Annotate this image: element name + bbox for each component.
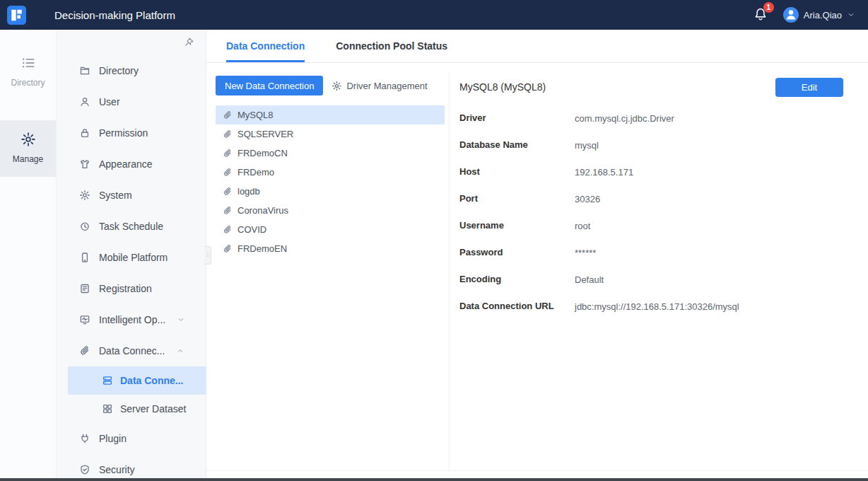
rail-item-label: Manage (13, 154, 43, 164)
sidebar-item-label: Intelligent Op... (99, 314, 165, 325)
sidebar-item-data-connec[interactable]: Data Connec... (57, 335, 206, 366)
notification-badge: 1 (763, 2, 774, 13)
sidebar-item-directory[interactable]: Directory (57, 55, 206, 86)
lock-icon (79, 127, 90, 139)
sidebar-item-data-conne[interactable]: Data Conne... (68, 366, 206, 395)
main-content: Data Connection Connection Pool Status N… (206, 30, 868, 478)
paperclip-icon (223, 110, 233, 120)
shield-icon (79, 464, 90, 475)
connection-item-mysql8[interactable]: MySQL8 (216, 105, 445, 124)
directory-icon (20, 55, 36, 71)
sidebar-item-mobile-platform[interactable]: Mobile Platform (57, 242, 206, 273)
sidebar-item-plugin[interactable]: Plugin (57, 423, 206, 454)
field-value: mysql (575, 139, 599, 151)
sidebar-item-registration[interactable]: Registration (57, 273, 206, 304)
sidebar-item-user[interactable]: User (57, 86, 206, 117)
tab-bar: Data Connection Connection Pool Status (206, 30, 868, 63)
user-menu[interactable]: Aria.Qiao (783, 7, 855, 23)
rail-nav: Directory Manage (0, 30, 57, 478)
app-logo[interactable] (7, 6, 26, 25)
gear-icon (20, 132, 36, 147)
field-row-port: Port30326 (459, 193, 843, 220)
connection-item-frdemo[interactable]: FRDemo (216, 163, 445, 182)
field-value: ****** (575, 247, 596, 258)
sidebar-item-security[interactable]: Security (57, 454, 206, 478)
field-label: Encoding (459, 274, 575, 284)
paperclip-icon (223, 129, 233, 139)
field-value: jdbc:mysql://192.168.5.171:30326/mysql (575, 301, 739, 312)
connection-detail-header: MySQL8 (MySQL8) Edit (459, 77, 843, 97)
field-row-password: Password****** (459, 247, 843, 274)
connection-item-frdemoen[interactable]: FRDemoEN (216, 239, 445, 258)
person-icon (784, 7, 798, 23)
rail-item-label: Directory (11, 78, 45, 88)
tab-connection-pool-status[interactable]: Connection Pool Status (336, 30, 447, 62)
sidebar: DirectoryUserPermissionAppearanceSystemT… (57, 30, 206, 478)
monitor-pulse-icon (79, 314, 90, 325)
sidebar-item-label: Registration (99, 283, 152, 294)
sidebar-item-label: Permission (99, 127, 148, 139)
sidebar-item-label: Data Conne... (120, 375, 183, 386)
field-label: Driver (459, 112, 575, 123)
connection-item-covid[interactable]: COVID (216, 220, 445, 239)
sidebar-item-appearance[interactable]: Appearance (57, 149, 206, 180)
mobile-icon (79, 252, 90, 263)
connection-item-frdemocn[interactable]: FRDemoCN (216, 144, 445, 163)
paperclip-icon (79, 345, 90, 357)
field-label: Username (459, 220, 575, 231)
rail-item-manage[interactable]: Manage (0, 120, 56, 177)
sidebar-collapse-handle[interactable] (204, 246, 211, 265)
connection-item-coronavirus[interactable]: CoronaVirus (216, 201, 445, 220)
connection-item-logdb[interactable]: logdb (216, 182, 445, 201)
field-value: 192.168.5.171 (575, 166, 633, 178)
sidebar-item-system[interactable]: System (57, 180, 206, 211)
notifications-button[interactable]: 1 (753, 7, 768, 23)
connection-list: MySQL8SQLSERVERFRDemoCNFRDemologdbCorona… (216, 105, 449, 258)
sidebar-item-label: Mobile Platform (99, 252, 168, 263)
clock-icon (79, 221, 90, 232)
connection-item-label: FRDemoCN (237, 148, 288, 158)
sidebar-item-label: Server Dataset (120, 403, 186, 415)
new-data-connection-button[interactable]: New Data Connection (216, 76, 323, 95)
directory-icon (79, 65, 90, 76)
field-value: root (575, 220, 590, 231)
field-label: Database Name (459, 139, 575, 150)
sidebar-item-task-schedule[interactable]: Task Schedule (57, 211, 206, 242)
edit-button[interactable]: Edit (775, 78, 843, 97)
tab-data-connection[interactable]: Data Connection (226, 30, 305, 62)
rail-item-directory[interactable]: Directory (0, 44, 56, 100)
sidebar-item-label: Security (99, 464, 135, 475)
sidebar-item-label: Task Schedule (99, 221, 163, 232)
sidebar-item-label: Data Connec... (99, 345, 165, 357)
sidebar-item-label: Directory (99, 65, 139, 76)
sidebar-item-permission[interactable]: Permission (57, 117, 206, 149)
driver-management-label: Driver Management (346, 81, 427, 91)
connection-list-actions: New Data Connection Driver Management (216, 76, 449, 95)
datasource-icon (102, 375, 113, 386)
chevron-down-icon (177, 315, 185, 324)
sidebar-item-intelligent-op[interactable]: Intelligent Op... (57, 304, 206, 335)
sidebar-item-server-dataset[interactable]: Server Dataset (68, 395, 206, 423)
field-label: Port (459, 193, 575, 204)
driver-management-button[interactable]: Driver Management (332, 81, 427, 91)
sidebar-item-label: System (99, 190, 132, 201)
connection-item-label: FRDemo (237, 167, 274, 178)
user-name: Aria.Qiao (804, 10, 842, 21)
field-row-driver: Drivercom.mysql.cj.jdbc.Driver (459, 112, 843, 139)
connection-item-sqlserver[interactable]: SQLSERVER (216, 124, 445, 144)
paperclip-icon (223, 149, 233, 158)
pin-toggle[interactable] (184, 37, 194, 50)
avatar (783, 7, 799, 23)
app-window: Decision-making Platform 1 Aria.Qiao Dir… (0, 0, 868, 481)
data-connection-panel: New Data Connection Driver Management My… (206, 63, 868, 471)
sidebar-item-label: Plugin (99, 433, 127, 444)
registration-icon (79, 283, 90, 294)
connection-item-label: MySQL8 (237, 110, 274, 120)
field-row-username: Usernameroot (459, 220, 843, 247)
field-label: Host (459, 166, 575, 177)
connection-list-panel: New Data Connection Driver Management My… (206, 73, 450, 470)
connection-item-label: logdb (237, 186, 260, 197)
connection-item-label: CoronaVirus (237, 205, 288, 216)
topbar-actions: 1 Aria.Qiao (753, 7, 855, 23)
window-bottom-edge (0, 478, 868, 481)
